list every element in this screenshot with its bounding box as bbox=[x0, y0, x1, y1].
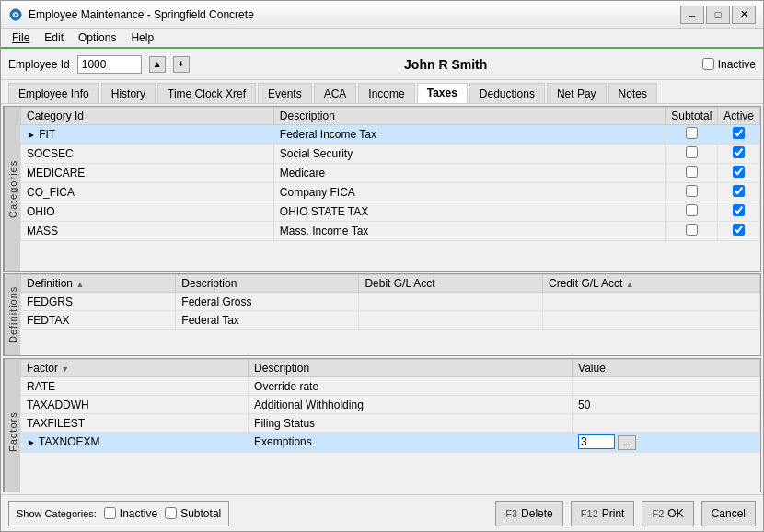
cat-id: MASS bbox=[21, 222, 274, 241]
def-id: FEDGRS bbox=[21, 293, 176, 311]
def-col-def: Definition ▲ bbox=[21, 275, 176, 293]
table-row[interactable]: TAXFILEST Filing Status bbox=[21, 414, 760, 433]
categories-table: Category Id Description Subtotal Active … bbox=[20, 107, 760, 241]
categories-content[interactable]: Category Id Description Subtotal Active … bbox=[20, 107, 760, 271]
table-row[interactable]: MASS Mass. Income Tax bbox=[21, 222, 760, 241]
sort-arrow-factor: ▼ bbox=[61, 364, 69, 374]
tab-history[interactable]: History bbox=[101, 83, 156, 103]
inactive-filter-label: Inactive bbox=[120, 507, 157, 520]
definitions-section: Definitions Definition ▲ Description Deb… bbox=[3, 273, 761, 356]
cat-active bbox=[718, 164, 760, 183]
inactive-checkbox[interactable] bbox=[702, 58, 714, 70]
cat-subtotal bbox=[666, 164, 718, 183]
tab-income[interactable]: Income bbox=[358, 83, 414, 103]
menu-help[interactable]: Help bbox=[123, 29, 161, 46]
def-credit bbox=[543, 311, 760, 330]
cat-active bbox=[718, 125, 760, 145]
cancel-button[interactable]: Cancel bbox=[701, 501, 756, 526]
tab-employee-info[interactable]: Employee Info bbox=[8, 83, 99, 103]
menu-options[interactable]: Options bbox=[71, 29, 123, 46]
employee-id-input[interactable] bbox=[77, 55, 142, 74]
factors-section: Factors Factor ▼ Description Value bbox=[3, 358, 761, 492]
cat-subtotal bbox=[666, 202, 718, 222]
tab-notes[interactable]: Notes bbox=[608, 83, 657, 103]
def-debit bbox=[359, 311, 543, 330]
app-icon bbox=[8, 7, 23, 22]
menu-file[interactable]: File bbox=[5, 29, 37, 46]
tab-aca[interactable]: ACA bbox=[314, 83, 357, 103]
fac-desc: Override rate bbox=[249, 377, 573, 396]
table-row[interactable]: CO_FICA Company FICA bbox=[21, 183, 760, 202]
minimize-button[interactable]: – bbox=[680, 6, 704, 24]
employee-id-label: Employee Id bbox=[8, 58, 70, 71]
table-row[interactable]: ► FIT Federal Income Tax bbox=[21, 125, 760, 145]
tab-time-clock-xref[interactable]: Time Clock Xref bbox=[157, 83, 256, 103]
table-row[interactable]: FEDTAX Federal Tax bbox=[21, 311, 760, 330]
close-button[interactable]: ✕ bbox=[732, 6, 756, 24]
show-categories-group: Show Categories: Inactive Subtotal bbox=[8, 501, 229, 526]
def-col-credit: Credit G/L Acct ▲ bbox=[543, 275, 760, 293]
fac-value bbox=[573, 377, 760, 396]
delete-button[interactable]: F3 Delete bbox=[495, 501, 563, 526]
definitions-content[interactable]: Definition ▲ Description Debit G/L Acct … bbox=[20, 274, 760, 355]
fac-desc: Filing Status bbox=[249, 414, 573, 433]
tabs-bar: Employee Info History Time Clock Xref Ev… bbox=[1, 80, 763, 104]
cat-subtotal bbox=[666, 145, 718, 164]
restore-button[interactable]: □ bbox=[706, 6, 730, 24]
cat-id: ► FIT bbox=[21, 125, 274, 145]
tab-net-pay[interactable]: Net Pay bbox=[547, 83, 607, 103]
show-categories-label: Show Categories: bbox=[17, 508, 97, 519]
ok-button[interactable]: F2 OK bbox=[642, 501, 693, 526]
cat-col-active: Active bbox=[718, 108, 760, 125]
table-row[interactable]: SOCSEC Social Security bbox=[21, 145, 760, 164]
def-col-desc: Description bbox=[176, 275, 359, 293]
inactive-filter-checkbox[interactable] bbox=[104, 507, 116, 519]
cat-col-id: Category Id bbox=[21, 108, 274, 125]
cat-active bbox=[718, 202, 760, 222]
print-label: Print bbox=[602, 507, 625, 520]
cat-subtotal bbox=[666, 125, 718, 145]
fac-id: RATE bbox=[21, 377, 249, 396]
cancel-label: Cancel bbox=[712, 507, 746, 520]
fac-value bbox=[573, 414, 760, 433]
categories-section: Categories Category Id Description Subto… bbox=[3, 106, 761, 272]
table-row[interactable]: FEDGRS Federal Gross bbox=[21, 293, 760, 311]
employee-nav-next[interactable]: + bbox=[173, 56, 190, 73]
cat-desc: Federal Income Tax bbox=[273, 125, 665, 145]
def-debit bbox=[359, 293, 543, 311]
tab-taxes[interactable]: Taxes bbox=[417, 83, 468, 103]
employee-nav-prev[interactable]: ▲ bbox=[149, 56, 166, 73]
toolbar: Employee Id ▲ + John R Smith Inactive bbox=[1, 49, 763, 80]
exemptions-ellipsis-button[interactable]: ... bbox=[618, 435, 636, 450]
print-button[interactable]: F12 Print bbox=[571, 501, 635, 526]
table-row[interactable]: ► TAXNOEXM Exemptions ... bbox=[21, 433, 760, 453]
factors-content[interactable]: Factor ▼ Description Value RATE Override… bbox=[20, 359, 760, 492]
menu-bar: File Edit Options Help bbox=[1, 29, 763, 49]
inactive-label: Inactive bbox=[718, 58, 756, 71]
svg-point-0 bbox=[10, 9, 21, 20]
menu-edit[interactable]: Edit bbox=[37, 29, 71, 46]
main-content: Categories Category Id Description Subto… bbox=[1, 104, 763, 494]
def-desc: Federal Gross bbox=[176, 293, 359, 311]
employee-name: John R Smith bbox=[197, 57, 695, 72]
tab-events[interactable]: Events bbox=[258, 83, 312, 103]
def-desc: Federal Tax bbox=[176, 311, 359, 330]
fac-col-desc: Description bbox=[249, 360, 573, 377]
tab-deductions[interactable]: Deductions bbox=[469, 83, 545, 103]
definitions-label: Definitions bbox=[4, 274, 20, 355]
cat-desc: Company FICA bbox=[273, 183, 665, 202]
exemptions-input[interactable] bbox=[578, 434, 615, 449]
table-row[interactable]: TAXADDWH Additional Withholding 50 bbox=[21, 396, 760, 414]
subtotal-filter-checkbox[interactable] bbox=[165, 507, 177, 519]
cat-id: CO_FICA bbox=[21, 183, 274, 202]
table-row[interactable]: MEDICARE Medicare bbox=[21, 164, 760, 183]
fac-value: 50 bbox=[573, 396, 760, 414]
cat-subtotal bbox=[666, 222, 718, 241]
table-row[interactable]: OHIO OHIO STATE TAX bbox=[21, 202, 760, 222]
table-row[interactable]: RATE Override rate bbox=[21, 377, 760, 396]
subtotal-filter-label: Subtotal bbox=[180, 507, 221, 520]
fac-col-value: Value bbox=[573, 360, 760, 377]
cat-desc: OHIO STATE TAX bbox=[273, 202, 665, 222]
sections-container: Categories Category Id Description Subto… bbox=[3, 106, 761, 492]
categories-label: Categories bbox=[4, 107, 20, 271]
